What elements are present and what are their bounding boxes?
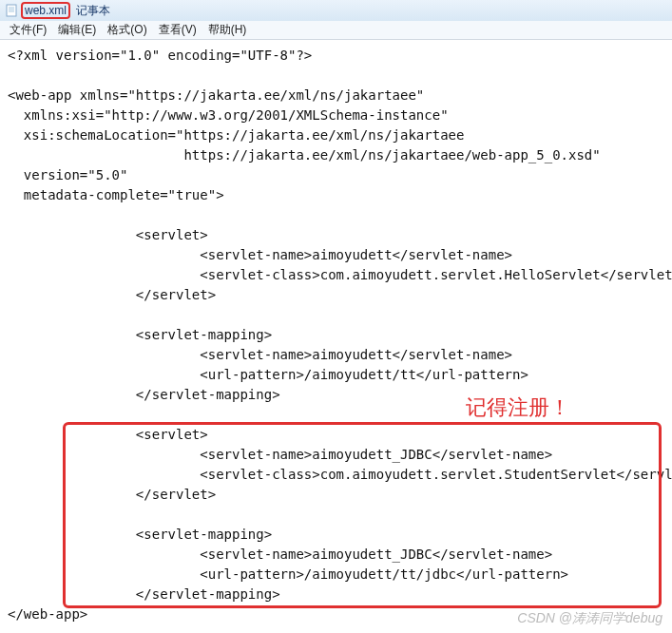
titlebar-appname: 记事本 [76, 3, 110, 19]
code-line: xsi:schemaLocation="https://jakarta.ee/x… [8, 127, 464, 143]
notepad-icon [4, 3, 19, 18]
code-line: https://jakarta.ee/xml/ns/jakartaee/web-… [8, 147, 601, 163]
code-line: version="5.0" [8, 167, 127, 182]
annotation-label: 记得注册！ [466, 393, 570, 422]
code-line: <servlet-name>aimoyudett_JDBC</servlet-n… [8, 547, 552, 562]
titlebar-filename: web.xml [21, 2, 70, 19]
code-line: <web-app xmlns="https://jakarta.ee/xml/n… [8, 87, 424, 103]
code-line: </web-app> [8, 606, 87, 622]
watermark: CSDN @涛涛同学debug [517, 610, 662, 627]
code-line: </servlet> [8, 287, 216, 302]
code-line: </servlet-mapping> [8, 586, 280, 602]
code-line: <servlet> [8, 427, 208, 442]
menubar: 文件(F) 编辑(E) 格式(O) 查看(V) 帮助(H) [0, 21, 672, 40]
code-line: <servlet-class>com.aimoyudett.servlet.St… [8, 467, 672, 482]
code-line: <servlet-mapping> [8, 527, 272, 542]
titlebar: web.xml 记事本 [0, 0, 672, 21]
menu-view[interactable]: 查看(V) [153, 22, 202, 38]
code-line: <servlet-name>aimoyudett</servlet-name> [8, 247, 512, 262]
menu-format[interactable]: 格式(O) [102, 22, 152, 38]
code-line: </servlet-mapping> [8, 387, 280, 402]
code-line: <url-pattern>/aimoyudett/tt/jdbc</url-pa… [8, 566, 568, 582]
code-line: metadata-complete="true"> [8, 187, 224, 202]
menu-edit[interactable]: 编辑(E) [52, 22, 102, 38]
code-line: xmlns:xsi="http://www.w3.org/2001/XMLSch… [8, 107, 449, 123]
code-line: <servlet-name>aimoyudett</servlet-name> [8, 347, 512, 362]
menu-file[interactable]: 文件(F) [4, 22, 52, 38]
code-line: </servlet> [8, 487, 216, 502]
code-line: <servlet-class>com.aimoyudett.servlet.He… [8, 267, 672, 282]
code-line: <servlet> [8, 227, 208, 242]
menu-help[interactable]: 帮助(H) [202, 22, 253, 38]
svg-rect-0 [7, 5, 16, 16]
code-line: <url-pattern>/aimoyudett/tt</url-pattern… [8, 367, 528, 382]
code-line: <?xml version="1.0" encoding="UTF-8"?> [8, 48, 312, 63]
code-line: <servlet-mapping> [8, 327, 272, 342]
editor-content[interactable]: <?xml version="1.0" encoding="UTF-8"?> <… [0, 40, 672, 630]
code-line: <servlet-name>aimoyudett_JDBC</servlet-n… [8, 447, 552, 462]
